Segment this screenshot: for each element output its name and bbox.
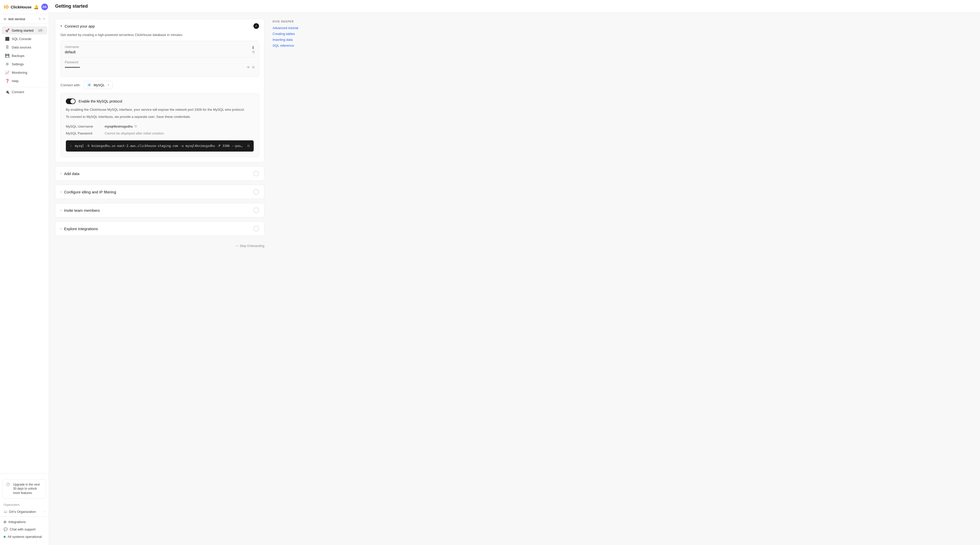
card-connect-app-body: Get started by creating a high-powered s…: [56, 33, 264, 162]
show-password-icon[interactable]: 👁: [247, 65, 250, 69]
username-value: default: [65, 50, 250, 54]
terminal-icon: ⬛: [5, 37, 9, 41]
main: Getting started ▾ Connect your app ✓ Get…: [49, 0, 980, 545]
username-label: Username: [65, 45, 255, 49]
select-chevron-icon: ▾: [108, 83, 109, 87]
copy-cmd-icon[interactable]: ⧉: [247, 144, 250, 148]
skip-onboarding-label: Skip Onboarding: [240, 244, 264, 248]
card-connect-app: ▾ Connect your app ✓ Get started by crea…: [55, 19, 264, 162]
gear-icon: ⚙: [5, 62, 9, 66]
mysql-username-value: mysql4knimsgxdhu ⧉: [105, 124, 137, 128]
card-configure-idling: › Configure idling and IP filtering: [55, 185, 264, 199]
card-configure-header[interactable]: › Configure idling and IP filtering: [56, 185, 264, 199]
add-service-icon[interactable]: +: [43, 17, 45, 21]
sidebar-item-sql-console[interactable]: ⬛ SQL Console: [2, 35, 47, 43]
sidebar-item-data-sources[interactable]: 🗄 Data sources: [2, 43, 47, 51]
nav-label-data-sources: Data sources: [12, 45, 32, 49]
cmd-line-number: 1: [70, 144, 72, 148]
nav-label-settings: Settings: [12, 62, 24, 66]
nav-label-connect: Connect: [12, 90, 24, 94]
card-connect-app-title: Connect your app: [65, 24, 251, 28]
sidebar-item-help[interactable]: ❓ Help: [2, 77, 47, 85]
org-item[interactable]: 🗂 DA's Organization ›: [0, 508, 49, 515]
sidebar-item-getting-started[interactable]: 🚀 Getting started 1/5: [2, 26, 47, 35]
sidebar-bottom: 🕐 Upgrade in the next 30 days to unlock …: [0, 473, 49, 545]
card-add-data-header[interactable]: › Add data: [56, 167, 264, 180]
app-name: ClickHouse: [11, 5, 32, 9]
incomplete-circle: [253, 189, 259, 195]
incomplete-circle: [253, 226, 259, 231]
sidebar-item-backups[interactable]: 💾 Backups: [2, 52, 47, 60]
integrations-label: Integrations: [8, 520, 26, 524]
nav-items: 🚀 Getting started 1/5 ⬛ SQL Console 🗄 Da…: [0, 24, 49, 473]
rocket-icon: 🚀: [5, 28, 9, 32]
all-systems-link[interactable]: All systems operational: [0, 533, 49, 540]
connect-with-row: Connect with: M MySQL ▾: [60, 81, 259, 89]
sidebar-item-connect[interactable]: 🔌 Connect: [2, 87, 47, 96]
database-icon: 🗄: [5, 45, 9, 49]
folder-icon: 🗂: [3, 510, 7, 513]
mysql-password-value: Cannot be displayed after initial creati…: [105, 132, 165, 135]
page-title: Getting started: [55, 3, 974, 9]
cmd-text: mysql -h knimsgxdhu.us-east-2.aws.clickh…: [75, 144, 244, 148]
mysql-toggle[interactable]: [66, 99, 76, 104]
card-invite-header[interactable]: › Invite team members: [56, 203, 264, 217]
main-header: Getting started: [49, 0, 980, 13]
skip-onboarding-button[interactable]: ⤏ Skip Onboarding: [235, 244, 264, 248]
incomplete-circle: [253, 171, 259, 176]
card-explore-integrations: › Explore integrations: [55, 221, 264, 236]
username-row: Username default ⧉: [65, 45, 255, 54]
mysql-section: Enable the MySQL protocol By enabling th…: [60, 93, 259, 157]
skip-arrow-icon: ⤏: [235, 244, 238, 248]
password-value: ••••••••••••: [65, 65, 245, 69]
skip-row: ⤏ Skip Onboarding: [55, 240, 264, 248]
dive-deeper-panel: DIVE DEEPER Advanced tutorial Creating t…: [272, 19, 324, 539]
copy-mysql-username-icon[interactable]: ⧉: [135, 124, 137, 128]
card-explore-title: Explore integrations: [64, 227, 251, 231]
toggle-dot: [70, 99, 75, 103]
grid-icon: ⊞: [3, 520, 6, 524]
card-connect-app-header[interactable]: ▾ Connect your app ✓: [56, 19, 264, 33]
integrations-link[interactable]: ⊞ Integrations: [0, 518, 49, 526]
sidebar-item-monitoring[interactable]: 📈 Monitoring: [2, 68, 47, 76]
nav-label-help: Help: [12, 79, 19, 83]
copy-username-icon[interactable]: ⧉: [252, 50, 255, 54]
copy-password-icon[interactable]: ⧉: [252, 65, 255, 69]
help-icon: ❓: [5, 79, 9, 83]
download-icon[interactable]: ⬇: [251, 45, 255, 50]
status-indicator: [3, 536, 6, 538]
card-invite-title: Invite team members: [64, 208, 251, 213]
sidebar-item-settings[interactable]: ⚙ Settings: [2, 60, 47, 68]
service-sort-icon: ⇅: [38, 17, 41, 21]
card-explore-header[interactable]: › Explore integrations: [56, 222, 264, 235]
mysql-desc2: To connect to MySQL interfaces, we provi…: [66, 114, 254, 119]
dive-link-sql-reference[interactable]: SQL reference: [272, 44, 324, 48]
connect-with-select[interactable]: M MySQL ▾: [84, 81, 113, 89]
credentials-box: Username default ⧉ Password ••••••••••••: [60, 41, 259, 77]
chevron-right-icon: ›: [60, 172, 62, 175]
sidebar-links: ⊞ Integrations 💬 Chat with support All s…: [0, 516, 49, 542]
chat-support-link[interactable]: 💬 Chat with support: [0, 526, 49, 533]
card-add-data: › Add data: [55, 166, 264, 181]
sidebar-logo: ClickHouse 🔔 DA: [0, 0, 49, 14]
connect-option-label: MySQL: [94, 83, 105, 87]
org-chevron-icon: ›: [44, 510, 45, 513]
dive-link-advanced-tutorial[interactable]: Advanced tutorial: [272, 26, 324, 30]
dive-link-inserting-data[interactable]: Inserting data: [272, 38, 324, 41]
password-row: Password •••••••••••• 👁 ⧉: [65, 60, 255, 69]
mysql-username-key: MySQL Username: [66, 124, 102, 128]
upgrade-box: 🕐 Upgrade in the next 30 days to unlock …: [3, 479, 46, 499]
sidebar: ClickHouse 🔔 DA ⊞ test service ⇅ + 🚀 Get…: [0, 0, 49, 545]
header-icons: 🔔 DA: [34, 3, 48, 10]
notification-bell-icon[interactable]: 🔔: [34, 5, 39, 10]
plug-icon: 🔌: [5, 90, 9, 94]
service-grid-icon: ⊞: [3, 17, 6, 21]
avatar[interactable]: DA: [41, 3, 48, 10]
nav-label-sql-console: SQL Console: [12, 37, 32, 41]
clock-icon: 🕐: [6, 483, 10, 486]
main-content: ▾ Connect your app ✓ Get started by crea…: [49, 13, 980, 545]
service-selector[interactable]: ⊞ test service ⇅ +: [0, 14, 49, 24]
nav-label-backups: Backups: [12, 54, 24, 58]
service-name: test service: [8, 17, 37, 21]
dive-link-creating-tables[interactable]: Creating tables: [272, 32, 324, 36]
